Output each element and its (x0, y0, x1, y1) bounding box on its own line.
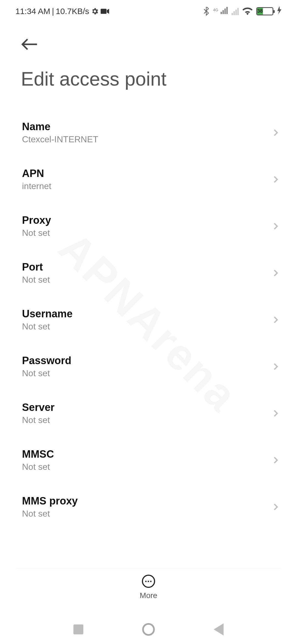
chevron-right-icon (271, 315, 280, 325)
row-username[interactable]: Username Not set (0, 296, 297, 343)
bluetooth-icon (203, 7, 209, 16)
row-value: Ctexcel-INTERNET (22, 134, 98, 144)
row-port[interactable]: Port Not set (0, 250, 297, 296)
row-value: Not set (22, 415, 54, 425)
signal-bars-icon (221, 6, 228, 14)
status-separator: | (52, 7, 54, 16)
more-icon (142, 575, 155, 588)
row-label: MMSC (22, 448, 54, 460)
row-label: APN (22, 168, 51, 179)
header-row (0, 16, 297, 54)
charging-icon (277, 6, 282, 16)
nav-home-button[interactable] (142, 623, 155, 636)
gear-icon (91, 7, 99, 15)
chevron-right-icon (271, 408, 280, 418)
row-label: Proxy (22, 214, 51, 226)
row-value: Not set (22, 462, 54, 472)
more-button[interactable]: More (140, 575, 157, 600)
chevron-right-icon (271, 174, 280, 184)
back-button[interactable] (21, 49, 38, 54)
status-net-speed: 10.7KB/s (56, 7, 89, 16)
row-value: Not set (22, 509, 78, 519)
row-label: Server (22, 402, 54, 413)
row-name[interactable]: Name Ctexcel-INTERNET (0, 109, 297, 156)
settings-list: Name Ctexcel-INTERNET APN internet Proxy… (0, 101, 297, 530)
row-value: Not set (22, 368, 72, 378)
nav-recents-button[interactable] (73, 624, 83, 634)
chevron-right-icon (271, 455, 280, 465)
row-password[interactable]: Password Not set (0, 343, 297, 390)
row-label: Port (22, 261, 50, 273)
row-label: MMS proxy (22, 495, 78, 507)
chevron-right-icon (271, 221, 280, 231)
status-left: 11:34 AM | 10.7KB/s (15, 7, 109, 16)
nav-back-button[interactable] (214, 623, 224, 635)
camera-icon (101, 8, 109, 15)
status-right: 4G 38 (203, 6, 282, 16)
row-proxy[interactable]: Proxy Not set (0, 203, 297, 250)
row-value: Not set (22, 321, 73, 332)
battery-icon: 38 (256, 7, 273, 15)
network-type: 4G (213, 6, 228, 16)
row-mmsc[interactable]: MMSC Not set (0, 437, 297, 484)
chevron-right-icon (271, 362, 280, 372)
row-label: Username (22, 308, 73, 320)
chevron-right-icon (271, 268, 280, 278)
bottom-toolbar: More (0, 568, 297, 600)
chevron-right-icon (271, 502, 280, 512)
row-mms-proxy[interactable]: MMS proxy Not set (0, 484, 297, 530)
wifi-icon (243, 7, 252, 15)
row-label: Name (22, 121, 98, 133)
status-bar: 11:34 AM | 10.7KB/s 4G 38 (0, 0, 297, 16)
row-value: Not set (22, 275, 50, 285)
battery-percentage: 38 (257, 8, 263, 15)
row-server[interactable]: Server Not set (0, 390, 297, 437)
row-value: internet (22, 181, 51, 191)
status-time: 11:34 AM (15, 7, 50, 16)
more-label: More (140, 591, 157, 600)
signal-bars-secondary-icon (232, 7, 239, 15)
svg-rect-0 (101, 9, 106, 14)
row-apn[interactable]: APN internet (0, 156, 297, 203)
arrow-left-icon (21, 36, 38, 53)
row-value: Not set (22, 228, 51, 238)
chevron-right-icon (271, 128, 280, 138)
android-nav-bar (0, 623, 297, 636)
page-title: Edit access point (0, 54, 297, 101)
row-label: Password (22, 355, 72, 367)
